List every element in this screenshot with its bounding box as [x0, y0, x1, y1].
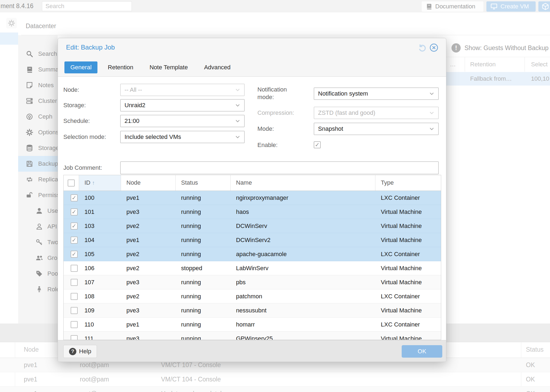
sidebar-item-replication[interactable]: Replication	[18, 172, 58, 187]
floppy-icon	[26, 160, 33, 168]
vm-row-111[interactable]: 111pve3runningGPWinserv25Virtual Machine	[64, 332, 441, 340]
node-select[interactable]: -- All --	[120, 84, 245, 96]
vm-checkbox[interactable]: ✓	[71, 194, 78, 201]
vm-row-101[interactable]: ✓101pve3runninghaosVirtual Machine	[64, 205, 441, 219]
vm-checkbox[interactable]	[71, 321, 78, 328]
sidebar-item-notes[interactable]: Notes	[18, 77, 58, 93]
select-all-checkbox[interactable]	[68, 179, 75, 187]
sidebar-item-backup[interactable]: Backup	[18, 156, 58, 172]
sidebar-item-search[interactable]: Search	[18, 46, 58, 62]
vm-checkbox-cell: ✓	[64, 247, 79, 261]
id-column-header[interactable]: ID↑	[79, 175, 121, 191]
vm-checkbox[interactable]	[71, 265, 78, 272]
sidebar-item-ceph[interactable]: Ceph	[18, 109, 58, 125]
vm-id-cell: 107	[79, 275, 121, 289]
undo-icon[interactable]	[418, 43, 427, 52]
name-column-header[interactable]: Name	[231, 175, 375, 191]
documentation-label: Documentation	[435, 3, 475, 10]
vm-row-104[interactable]: ✓104pve1runningDCWinServ2Virtual Machine	[64, 233, 441, 247]
vm-row-100[interactable]: ✓100pve1runningnginxproxymanagerLXC Cont…	[64, 191, 441, 205]
sidebar-item-label: Summary	[38, 62, 58, 77]
help-button[interactable]: ? Help	[63, 345, 97, 358]
sidebar-item-pools[interactable]: Pools	[18, 266, 58, 282]
dialog-title: Edit: Backup Job	[66, 44, 115, 51]
vm-row-108[interactable]: 108pve2runningpatchmonLXC Container	[64, 289, 441, 303]
close-icon[interactable]	[429, 43, 438, 52]
schedule-select[interactable]: 21:00	[120, 115, 245, 127]
vm-checkbox[interactable]: ✓	[71, 237, 78, 244]
create-vm-button[interactable]: Create VM	[486, 1, 536, 12]
my-settings-button[interactable]	[6, 18, 17, 28]
create-ct-button[interactable]	[538, 1, 550, 12]
vm-checkbox[interactable]	[71, 335, 78, 340]
vm-checkbox[interactable]	[71, 279, 78, 286]
vm-row-106[interactable]: 106pve2stoppedLabWinServVirtual Machine	[64, 261, 441, 275]
schedule-value: 21:00	[125, 117, 139, 125]
mode-select[interactable]: Snapshot	[314, 123, 439, 135]
compression-label: Compression:	[257, 107, 294, 119]
status-column-header[interactable]: Status	[176, 175, 231, 191]
vm-id-cell: 109	[79, 303, 121, 317]
vm-table-body: ✓100pve1runningnginxproxymanagerLXC Cont…	[64, 191, 441, 340]
vm-checkbox[interactable]: ✓	[71, 208, 78, 215]
vm-checkbox[interactable]: ✓	[71, 223, 78, 230]
sidebar-item-label: Storage	[38, 140, 58, 156]
node-column-header[interactable]: Node	[24, 342, 39, 357]
task-row[interactable]: pve1root@pamUpdate package databaseOK	[0, 387, 550, 392]
tab-retention[interactable]: Retention	[102, 61, 139, 73]
storage-select[interactable]: Unraid2	[120, 99, 245, 112]
sidebar-item-cluster[interactable]: Cluster	[18, 93, 58, 109]
vm-node-cell: pve2	[121, 219, 176, 233]
sidebar-item-summary[interactable]: Summary	[18, 62, 58, 77]
sidebar-item-users[interactable]: Users	[18, 203, 58, 219]
vm-status-cell: running	[176, 332, 231, 340]
job-comment-input[interactable]	[120, 161, 439, 174]
enable-checkbox[interactable]: ✓	[314, 141, 321, 148]
vm-checkbox[interactable]	[71, 307, 78, 314]
sidebar-item-roles[interactable]: Roles	[18, 282, 58, 297]
vm-status-cell: running	[176, 205, 231, 219]
selection-column-header[interactable]: Select	[531, 57, 548, 72]
sidebar-item-storage[interactable]: Storage	[18, 140, 58, 156]
vm-name-cell: DCWinServ2	[231, 233, 375, 247]
documentation-button[interactable]: Documentation	[422, 1, 483, 12]
truncated-column-header[interactable]: …	[450, 57, 456, 72]
selection-mode-select[interactable]: Include selected VMs	[120, 131, 245, 143]
sidebar-item-label: Permissions	[38, 187, 58, 203]
vm-row-103[interactable]: ✓103pve2runningDCWinServVirtual Machine	[64, 219, 441, 233]
vm-name-cell: nginxproxymanager	[231, 191, 375, 205]
tab-general[interactable]: General	[64, 61, 97, 73]
node-column-header[interactable]: Node	[121, 175, 176, 191]
datacenter-sidebar: SearchSummaryNotesClusterCephOptionsStor…	[18, 35, 58, 324]
mode-value: Snapshot	[318, 125, 343, 132]
vm-row-110[interactable]: 110pve1runninghomarrLXC Container	[64, 318, 441, 332]
sidebar-item-options[interactable]: Options	[18, 125, 58, 140]
vm-row-105[interactable]: ✓105pve2runningapache-guacamoleLXC Conta…	[64, 247, 441, 261]
vm-id-cell: 108	[79, 289, 121, 303]
storage-value: Unraid2	[125, 102, 145, 109]
group-icon	[35, 254, 43, 262]
vm-row-109[interactable]: 109pve3runningnessusubntVirtual Machine	[64, 303, 441, 318]
show-guests-without-backup-button[interactable]: ! Show: Guests Without Backup	[451, 42, 549, 54]
vm-checkbox[interactable]: ✓	[71, 251, 78, 258]
vm-checkbox-cell: ✓	[64, 191, 79, 205]
vm-status-cell: running	[176, 247, 231, 261]
resource-tree-selected-row[interactable]	[0, 32, 18, 45]
task-row[interactable]: pve1root@pamVM/CT 104 - ConsoleOK	[0, 372, 550, 387]
sidebar-item-label: API Tokens	[47, 219, 58, 234]
node-label: Node:	[63, 84, 79, 96]
global-search-input[interactable]	[42, 1, 132, 11]
ok-button[interactable]: OK	[402, 345, 442, 358]
notification-mode-select[interactable]: Notification system	[314, 87, 439, 100]
sidebar-item-api-tokens[interactable]: API Tokens	[18, 219, 58, 234]
retention-column-header[interactable]: Retention	[470, 57, 496, 72]
vm-row-107[interactable]: 107pve3runningpbsVirtual Machine	[64, 275, 441, 289]
vm-checkbox[interactable]	[71, 293, 78, 300]
sidebar-item-two-factor[interactable]: Two Factor	[18, 234, 58, 250]
sidebar-item-permissions[interactable]: Permissions	[18, 187, 58, 203]
type-column-header[interactable]: Type	[375, 175, 441, 191]
tab-note-template[interactable]: Note Template	[143, 61, 194, 73]
sidebar-item-groups[interactable]: Groups	[18, 250, 58, 266]
tab-advanced[interactable]: Advanced	[198, 61, 237, 73]
status-column-header[interactable]: Status	[526, 342, 544, 357]
